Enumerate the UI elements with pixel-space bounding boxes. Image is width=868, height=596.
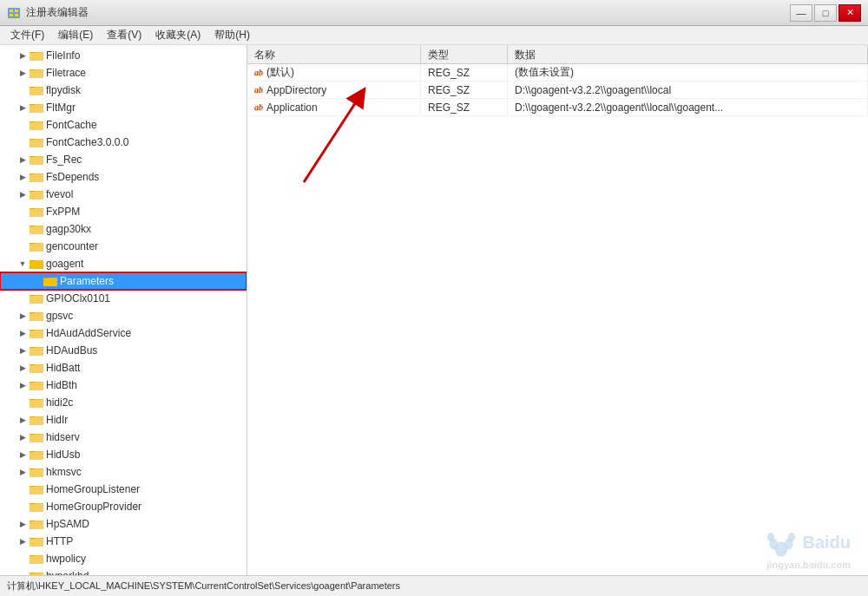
expand-filetrace[interactable]: ▶: [17, 68, 28, 78]
tree-item-hidir[interactable]: ▶ HidIr: [0, 411, 247, 429]
tree-item-fvevol[interactable]: ▶ fvevol: [0, 186, 247, 203]
menu-view[interactable]: 查看(V): [100, 26, 148, 44]
expand-fltmgr[interactable]: ▶: [17, 102, 28, 113]
tree-label-fltmgr: FltMgr: [46, 102, 76, 114]
svg-rect-64: [30, 383, 43, 390]
tree-item-parameters[interactable]: ▶ Parameters: [0, 272, 247, 290]
tree-item-hpsamd[interactable]: ▶ HpSAMD: [0, 515, 247, 533]
tree-item-fltmgr[interactable]: ▶ FltMgr: [0, 99, 247, 116]
expand-gpsvc[interactable]: ▶: [17, 311, 28, 321]
tree-item-homegroupprovider[interactable]: ▶ HomeGroupProvider: [0, 498, 247, 515]
folder-icon-hkmsvc: [30, 466, 43, 478]
svg-rect-55: [30, 331, 43, 338]
detail-table-header: 名称 类型 数据: [247, 45, 868, 64]
content-area: ▶ FileInfo ▶ Filetrace: [0, 45, 868, 575]
expand-hpsamd[interactable]: ▶: [17, 519, 28, 529]
menu-edit[interactable]: 编辑(E): [51, 26, 100, 44]
tree-item-hidbatt[interactable]: ▶ HidBatt: [0, 359, 247, 377]
tree-item-hdaudbus[interactable]: ▶ HDAudBus: [0, 342, 247, 359]
minimize-button[interactable]: —: [790, 4, 812, 22]
expand-fsdepends[interactable]: ▶: [17, 172, 28, 182]
folder-icon-fsdepends: [30, 171, 43, 183]
tree-item-homegrouplistener[interactable]: ▶ HomeGroupListener: [0, 481, 247, 498]
menu-file[interactable]: 文件(F): [3, 26, 51, 44]
expand-fvevol[interactable]: ▶: [17, 189, 28, 200]
folder-icon-fs_rec: [30, 154, 43, 166]
svg-rect-25: [30, 157, 43, 165]
tree-item-hkmsvc[interactable]: ▶ hkmsvc: [0, 463, 247, 481]
tree-label-fontcache: FontCache: [46, 119, 97, 131]
detail-row-application[interactable]: ab Application REG_SZ D:\\goagent-v3.2.2…: [247, 99, 868, 116]
tree-item-fs_rec[interactable]: ▶ Fs_Rec: [0, 151, 247, 168]
cell-type-application: REG_SZ: [421, 99, 508, 115]
expand-hidusb[interactable]: ▶: [17, 449, 28, 460]
expand-hidir[interactable]: ▶: [17, 415, 28, 425]
folder-icon-hpsamd: [30, 518, 43, 530]
folder-icon-fvevol: [30, 188, 43, 200]
tree-item-hidserv[interactable]: ▶ hidserv: [0, 429, 247, 446]
tree-item-flpydisk[interactable]: ▶ flpydisk: [0, 82, 247, 99]
tree-item-fsdepends[interactable]: ▶ FsDepends: [0, 168, 247, 186]
expand-hdaudbus[interactable]: ▶: [17, 345, 28, 356]
expand-fileinfo[interactable]: ▶: [17, 50, 28, 61]
tree-label-gencounter: gencounter: [46, 240, 98, 252]
tree-item-fileinfo[interactable]: ▶ FileInfo: [0, 47, 247, 64]
svg-rect-85: [30, 504, 43, 512]
tree-label-gagp30kx: gagp30kx: [46, 223, 91, 235]
cell-name-appdirectory: ab AppDirectory: [247, 82, 421, 98]
expand-fs_rec[interactable]: ▶: [17, 154, 28, 165]
folder-icon-fltmgr: [30, 102, 43, 114]
tree-label-hdaudbus: HDAudBus: [46, 344, 97, 357]
expand-http[interactable]: ▶: [17, 536, 28, 547]
tree-item-gpsvc[interactable]: ▶ gpsvc: [0, 307, 247, 324]
tree-label-filetrace: Filetrace: [46, 67, 86, 79]
tree-content[interactable]: ▶ FileInfo ▶ Filetrace: [0, 45, 247, 575]
detail-row-default[interactable]: ab (默认) REG_SZ (数值未设置): [247, 64, 868, 82]
expand-goagent[interactable]: ▼: [17, 259, 28, 269]
tree-item-hidi2c[interactable]: ▶ hidi2c: [0, 394, 247, 411]
svg-rect-37: [30, 226, 43, 234]
tree-label-hdaudaddservice: HdAudAddService: [46, 327, 131, 339]
svg-rect-22: [30, 140, 43, 147]
tree-label-fxppm: FxPPM: [46, 206, 80, 218]
reg-sz-icon-appdirectory: ab: [254, 85, 263, 95]
expand-hidserv[interactable]: ▶: [17, 432, 28, 442]
tree-label-homegrouplistener: HomeGroupListener: [46, 483, 140, 495]
folder-icon-fontcache: [30, 119, 43, 131]
folder-icon-fxppm: [30, 206, 43, 218]
close-button[interactable]: ✕: [838, 4, 861, 22]
tree-item-hwpolicy[interactable]: ▶ hwpolicy: [0, 550, 247, 567]
expand-hidbatt[interactable]: ▶: [17, 363, 28, 373]
tree-item-hyperkbd[interactable]: ▶ hyperkbd: [0, 567, 247, 575]
tree-item-filetrace[interactable]: ▶ Filetrace: [0, 64, 247, 82]
tree-label-flpydisk: flpydisk: [46, 84, 81, 96]
tree-item-gagp30kx[interactable]: ▶ gagp30kx: [0, 220, 247, 238]
svg-rect-2: [15, 10, 18, 12]
detail-table-body: ab (默认) REG_SZ (数值未设置) ab AppDirectory R…: [247, 64, 868, 575]
title-bar-controls: — □ ✕: [790, 4, 861, 22]
folder-icon-hidi2c: [30, 396, 43, 409]
tree-label-fs_rec: Fs_Rec: [46, 154, 82, 166]
tree-item-gpioclx0101[interactable]: ▶ GPIOClx0101: [0, 290, 247, 307]
main-container: ▶ FileInfo ▶ Filetrace: [0, 45, 868, 575]
menu-help[interactable]: 帮助(H): [207, 26, 257, 44]
tree-item-http[interactable]: ▶ HTTP: [0, 533, 247, 550]
tree-label-hidir: HidIr: [46, 414, 68, 426]
tree-item-fxppm[interactable]: ▶ FxPPM: [0, 203, 247, 220]
expand-hidbth[interactable]: ▶: [17, 380, 28, 390]
maximize-button[interactable]: □: [814, 4, 837, 22]
tree-label-hidusb: HidUsb: [46, 449, 80, 461]
tree-item-hdaudaddservice[interactable]: ▶ HdAudAddService: [0, 324, 247, 342]
tree-item-gencounter[interactable]: ▶ gencounter: [0, 238, 247, 255]
menu-favorites[interactable]: 收藏夹(A): [148, 26, 207, 44]
tree-item-fontcache[interactable]: ▶ FontCache: [0, 116, 247, 134]
detail-row-appdirectory[interactable]: ab AppDirectory REG_SZ D:\\goagent-v3.2.…: [247, 82, 868, 99]
tree-item-goagent[interactable]: ▼ goagent: [0, 255, 247, 272]
expand-hkmsvc[interactable]: ▶: [17, 467, 28, 477]
tree-item-hidbth[interactable]: ▶ HidBth: [0, 377, 247, 394]
expand-hdaudaddservice[interactable]: ▶: [17, 328, 28, 338]
tree-item-hidusb[interactable]: ▶ HidUsb: [0, 446, 247, 463]
tree-item-fontcache3[interactable]: ▶ FontCache3.0.0.0: [0, 134, 247, 151]
title-bar-text: 注册表编辑器: [26, 5, 89, 20]
svg-rect-16: [30, 105, 43, 113]
